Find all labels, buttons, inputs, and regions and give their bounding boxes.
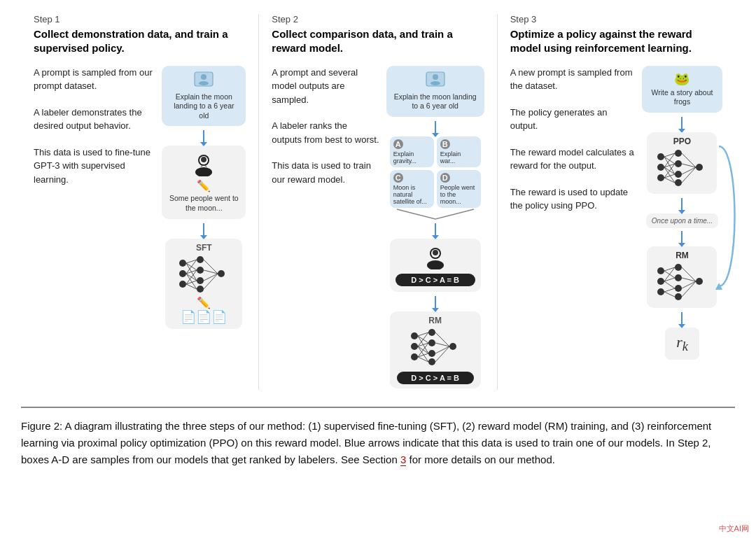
step2-text-col: A prompt and several model outputs are s… (272, 66, 379, 199)
svg-point-35 (433, 250, 438, 255)
step3-label: Step 3 (510, 14, 722, 24)
svg-line-99 (682, 281, 696, 297)
step1-content: A prompt is sampled from our prompt data… (34, 66, 246, 330)
step3-text-col: A new prompt is sampled from the dataset… (510, 66, 635, 225)
svg-point-86 (675, 285, 682, 292)
svg-point-8 (179, 270, 186, 277)
step2-text3: This data is used to train our reward mo… (272, 159, 379, 186)
step2-label-a: A (393, 139, 403, 149)
step3-arrow1 (681, 117, 682, 129)
step1-labeler-text: Some people went to the moon... (167, 194, 240, 213)
svg-point-64 (675, 179, 682, 186)
step3-ppo-label: PPO (654, 136, 710, 146)
step3-text3: The reward model calculates a reward for… (510, 146, 635, 173)
steps-row: Step 1 Collect demonstration data, and t… (21, 14, 735, 390)
step2-output-c: C Moon is natural satellite of... (390, 170, 434, 208)
step3-ppo-wrapper: PPO (647, 132, 717, 195)
svg-line-25 (204, 260, 218, 274)
svg-point-82 (657, 278, 664, 285)
step2-labeler-card: D > C > A = B (390, 239, 481, 292)
svg-point-65 (696, 164, 703, 171)
step1-nn-svg (176, 253, 232, 295)
step2-labeler-svg (423, 244, 448, 269)
step2-arrow3 (435, 296, 436, 309)
svg-point-10 (197, 256, 204, 263)
step3-frog-icon: 🐸 (649, 71, 715, 87)
svg-point-37 (411, 343, 418, 350)
svg-point-33 (427, 260, 444, 269)
step2-arrow1 (435, 121, 436, 134)
svg-point-84 (675, 264, 682, 271)
svg-line-54 (435, 332, 449, 346)
svg-line-78 (682, 167, 696, 174)
step2-rm-card: RM (390, 311, 481, 388)
svg-point-11 (197, 267, 204, 274)
svg-point-9 (179, 281, 186, 288)
bracket-svg (390, 208, 481, 220)
svg-point-14 (218, 270, 225, 277)
step2-text1: A prompt and several model outputs are s… (272, 66, 379, 107)
step1-label: Step 1 (34, 14, 246, 24)
svg-point-2 (199, 81, 209, 85)
svg-point-42 (428, 358, 435, 365)
step1-col: Step 1 Collect demonstration data, and t… (21, 14, 259, 390)
svg-point-85 (675, 274, 682, 281)
step1-text3: This data is used to fine-tune GPT-3 wit… (34, 146, 155, 187)
step2-content: A prompt and several model outputs are s… (272, 66, 484, 390)
step2-label-c: C (393, 173, 403, 183)
step2-outputs-container: A Explain gravity... B Explain war... C … (390, 136, 481, 220)
step3-ppo-box: PPO (647, 132, 717, 194)
step2-prompt-card: Explain the moon landing to a 6 year old (386, 66, 484, 117)
step2-prompt-text: Explain the moon landing to a 6 year old (393, 92, 477, 111)
caption-section: Figure 2: A diagram illustrating the thr… (21, 407, 735, 468)
step2-ranking-eq: D > C > A = B (396, 274, 475, 286)
step2-arrow2 (435, 223, 436, 236)
svg-line-95 (664, 292, 675, 297)
step3-arrow2 (681, 198, 682, 211)
svg-point-59 (657, 164, 664, 171)
step1-labeler-icon (167, 151, 240, 178)
step3-output-text: Once upon a time... (652, 217, 713, 225)
step2-label-b: B (440, 139, 450, 149)
step1-prompt-text: Explain the moon landing to a 6 year old (169, 92, 239, 121)
svg-line-79 (682, 167, 696, 183)
step2-output-b: B Explain war... (437, 136, 481, 167)
step2-output-d: D People went to the moon... (437, 170, 481, 208)
step3-diagram: 🐸 Write a story about frogs PPO (642, 66, 722, 360)
watermark: 中文AI网 (719, 524, 749, 534)
step2-label: Step 2 (272, 14, 484, 24)
svg-point-31 (430, 81, 440, 85)
step2-label-d: D (440, 173, 450, 183)
curved-arrow-svg (715, 139, 743, 293)
svg-point-38 (411, 353, 418, 360)
main-container: Step 1 Collect demonstration data, and t… (0, 0, 756, 482)
svg-point-63 (675, 171, 682, 178)
step1-diagram: Explain the moon landing to a 6 year old (162, 66, 246, 330)
step3-prompt-text: Write a story about frogs (649, 88, 715, 107)
step3-arrow3 (681, 231, 682, 244)
step1-sft-card: SFT (165, 239, 242, 329)
step2-nn-svg (407, 325, 463, 367)
svg-line-93 (664, 281, 675, 288)
pencil2-icon: ✏️ (172, 296, 235, 309)
step3-rk-sub: k (682, 339, 688, 353)
svg-point-60 (657, 174, 664, 181)
step2-text-d: People went to the moon... (440, 184, 477, 205)
svg-point-81 (657, 267, 664, 274)
step3-arrow4 (681, 312, 682, 325)
step2-prompt-icon (393, 71, 477, 91)
step3-col: Step 3 Optimize a policy against the rew… (498, 14, 735, 390)
svg-point-12 (197, 277, 204, 284)
step2-col: Step 2 Collect comparison data, and trai… (259, 14, 497, 390)
svg-point-83 (657, 288, 664, 295)
step3-text1: A new prompt is sampled from the dataset… (510, 66, 635, 93)
svg-point-36 (411, 332, 418, 339)
svg-point-7 (179, 260, 186, 267)
svg-point-4 (195, 167, 212, 176)
svg-point-62 (675, 160, 682, 167)
step1-labeler-card: ✏️ Some people went to the moon... (162, 146, 246, 218)
caption-suffix: for more details on our method. (406, 454, 555, 465)
step1-text-col: A prompt is sampled from our prompt data… (34, 66, 155, 199)
step3-title: Optimize a policy against the reward mod… (510, 27, 722, 56)
step1-arrow1 (203, 130, 204, 143)
